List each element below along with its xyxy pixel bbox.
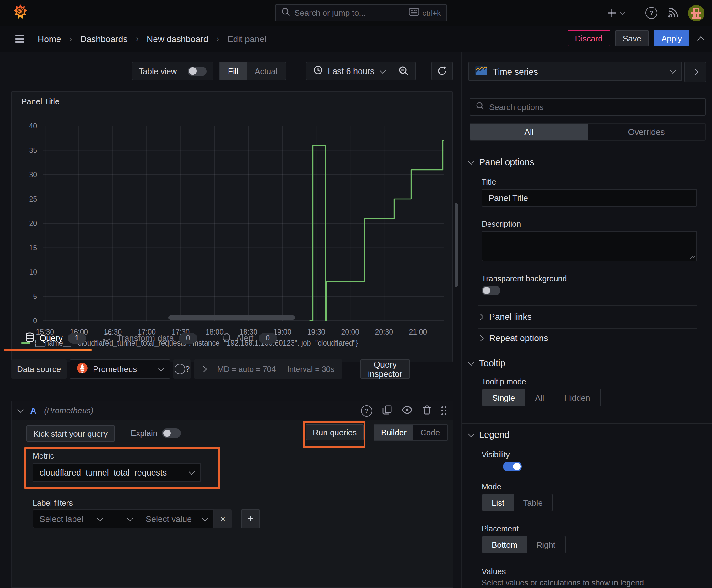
- drag-handle-icon[interactable]: [441, 406, 447, 415]
- collapse-header-icon[interactable]: [698, 36, 703, 41]
- y-tick-label: 35: [29, 146, 37, 154]
- metric-select[interactable]: cloudflared_tunnel_total_requests: [33, 463, 201, 482]
- tab-query[interactable]: Query 1: [25, 326, 86, 351]
- help-icon[interactable]: ?: [645, 7, 657, 19]
- options-filter-tabs: All Overrides: [470, 123, 706, 141]
- time-range-picker[interactable]: Last 6 hours: [306, 62, 392, 80]
- viz-name: Time series: [493, 66, 538, 76]
- breadcrumb-home[interactable]: Home: [38, 34, 61, 44]
- tooltip-mode-hidden[interactable]: Hidden: [554, 390, 600, 406]
- run-queries-button[interactable]: Run queries: [306, 424, 364, 440]
- metric-label: Metric: [33, 452, 54, 460]
- panel-description-textarea[interactable]: [481, 231, 697, 261]
- options-tab-overrides[interactable]: Overrides: [588, 124, 705, 140]
- remove-filter-button[interactable]: ×: [214, 509, 232, 528]
- vertical-scrollbar[interactable]: [455, 203, 458, 287]
- zoom-out-button[interactable]: [393, 62, 415, 80]
- operator-dropdown[interactable]: =: [109, 509, 139, 528]
- expand-options-icon: [201, 366, 207, 372]
- label-filters-label: Label filters: [33, 499, 73, 508]
- breadcrumb-separator: ›: [136, 34, 138, 43]
- global-search-input[interactable]: Search or jump to... ctrl+k: [275, 4, 447, 21]
- actual-option[interactable]: Actual: [246, 62, 285, 80]
- datasource-help-button[interactable]: ?: [173, 359, 191, 379]
- delete-query-icon[interactable]: [422, 405, 431, 416]
- transparent-bg-label: Transparent background: [481, 275, 567, 283]
- breadcrumb-separator: ›: [69, 34, 72, 43]
- select-label-dropdown[interactable]: Select label: [33, 509, 109, 528]
- grafana-logo[interactable]: [13, 4, 28, 23]
- zoom-out-icon: [399, 66, 409, 76]
- news-rss-icon[interactable]: [667, 7, 678, 18]
- visualization-picker[interactable]: Time series: [468, 62, 682, 81]
- topbar-divider: [635, 6, 635, 20]
- panel-title-input[interactable]: Panel Title: [481, 189, 697, 207]
- database-icon: [25, 332, 35, 344]
- tab-transform-data[interactable]: Transform data 0: [102, 326, 197, 351]
- query-count-badge: 1: [68, 333, 86, 343]
- legend-mode-table[interactable]: Table: [514, 495, 552, 511]
- resize-handle-icon[interactable]: [689, 254, 695, 259]
- horizontal-scrollbar[interactable]: [168, 315, 295, 320]
- legend-visibility-toggle[interactable]: [503, 462, 521, 471]
- legend-placement-bottom[interactable]: Bottom: [482, 537, 527, 553]
- top-nav-bar: Search or jump to... ctrl+k ?: [0, 0, 712, 26]
- series-line: [309, 141, 444, 321]
- breadcrumb-new-dashboard[interactable]: New dashboard: [147, 34, 208, 44]
- search-icon: [476, 102, 484, 112]
- add-menu-button[interactable]: [607, 8, 625, 18]
- explain-toggle[interactable]: [162, 428, 181, 438]
- query-help-icon[interactable]: ?: [361, 405, 372, 416]
- section-panel-options[interactable]: Panel options: [469, 157, 534, 167]
- table-view-toggle[interactable]: [188, 66, 207, 76]
- options-tab-all[interactable]: All: [470, 124, 588, 140]
- section-panel-links[interactable]: Panel links: [478, 312, 532, 322]
- user-avatar[interactable]: [688, 5, 705, 21]
- alert-count-badge: 0: [259, 333, 277, 343]
- legend-visibility-label: Visibility: [481, 450, 510, 459]
- legend-placement-right[interactable]: Right: [527, 537, 565, 553]
- time-range-group: Last 6 hours: [306, 62, 416, 80]
- search-icon: [281, 7, 290, 18]
- add-filter-button[interactable]: +: [241, 509, 260, 528]
- explain-label: Explain: [131, 428, 157, 438]
- query-row-header[interactable]: A (Prometheus) ?: [11, 401, 453, 420]
- refresh-button[interactable]: [431, 62, 453, 80]
- duplicate-query-icon[interactable]: [382, 405, 391, 416]
- menu-toggle-icon[interactable]: [15, 35, 24, 43]
- breadcrumb-separator: ›: [216, 34, 219, 43]
- legend-placement-label: Placement: [481, 525, 519, 533]
- fill-option[interactable]: Fill: [220, 62, 246, 80]
- hide-response-icon[interactable]: [402, 405, 412, 416]
- save-button[interactable]: Save: [615, 30, 649, 46]
- breadcrumb-dashboards[interactable]: Dashboards: [80, 34, 127, 44]
- section-tooltip[interactable]: Tooltip: [469, 358, 505, 368]
- select-value-dropdown[interactable]: Select value: [139, 509, 214, 528]
- apply-button[interactable]: Apply: [654, 30, 689, 46]
- section-legend[interactable]: Legend: [469, 430, 510, 440]
- legend-mode-list[interactable]: List: [482, 495, 514, 511]
- options-search-input[interactable]: Search options: [470, 98, 706, 115]
- discard-button[interactable]: Discard: [567, 30, 610, 46]
- query-inspector-button[interactable]: Query inspector: [360, 359, 410, 379]
- query-options-bar[interactable]: MD = auto = 704 Interval = 30s: [194, 359, 342, 379]
- tooltip-mode-all[interactable]: All: [525, 390, 554, 406]
- transparent-bg-toggle[interactable]: [481, 286, 500, 295]
- tab-alert[interactable]: Alert 0: [222, 326, 277, 351]
- builder-option[interactable]: Builder: [374, 425, 413, 440]
- divider: [478, 328, 697, 329]
- y-tick-label: 5: [33, 292, 37, 300]
- legend-values-desc: Select values or calculations to show in…: [481, 579, 701, 587]
- panel-title[interactable]: Panel Title: [21, 97, 59, 106]
- y-tick-label: 10: [29, 268, 37, 276]
- time-series-chart[interactable]: 051015202530354015:3016:0016:3017:0017:3…: [19, 120, 454, 340]
- code-option[interactable]: Code: [413, 425, 447, 440]
- collapse-query-icon[interactable]: [17, 406, 24, 413]
- breadcrumb: Home › Dashboards › New dashboard › Edit…: [15, 26, 266, 51]
- section-repeat-options[interactable]: Repeat options: [478, 333, 548, 343]
- collapse-options-pane-button[interactable]: [684, 62, 706, 82]
- kick-start-query-button[interactable]: Kick start your query: [26, 425, 114, 442]
- tooltip-mode-single[interactable]: Single: [482, 390, 525, 406]
- datasource-label: Data source: [11, 359, 67, 379]
- datasource-picker[interactable]: Prometheus: [70, 359, 170, 379]
